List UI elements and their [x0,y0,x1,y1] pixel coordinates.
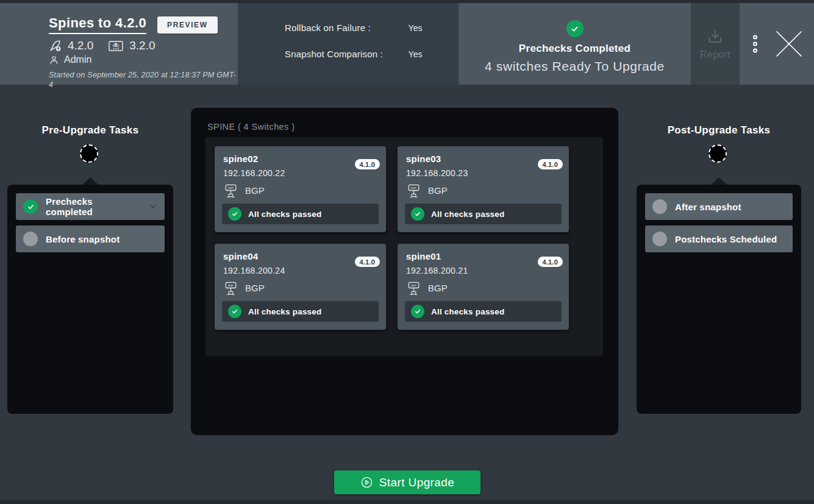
more-options-menu-icon[interactable] [751,33,760,55]
download-icon [706,27,724,46]
switch-check-status: All checks passed [431,210,504,219]
preview-button[interactable]: PREVIEW [157,16,218,34]
svg-text:BGP: BGP [228,186,234,190]
switch-card[interactable]: spine03 4.1.0 192.168.200.23 BGP BGP All… [398,146,569,232]
task-item[interactable]: Before snapshot [16,225,165,252]
bottom-edge-strip [0,500,814,504]
rocket-upgrade-icon [49,39,62,52]
check-passed-icon [228,207,241,221]
start-upgrade-button[interactable]: Start Upgrade [334,470,480,494]
switch-ip: 192.168.200.22 [223,168,377,178]
netq-appliance-icon: NetQ [108,39,124,52]
snapshot-option-label: Snapshot Comparison : [285,49,405,59]
task-label: Before snapshot [46,234,120,244]
switch-grid: spine02 4.1.0 192.168.200.22 BGP BGP All… [205,137,603,356]
switch-card[interactable]: spine04 4.1.0 192.168.200.24 BGP BGP All… [215,244,386,330]
user-icon [49,55,59,65]
switch-protocol-label: BGP [245,283,265,293]
header-options: Rollback on Failure : Yes Snapshot Compa… [238,3,459,85]
task-status-icon [23,232,38,246]
bgp-device-icon: BGP [223,182,240,199]
switch-check-status-bar: All checks passed [222,204,379,224]
report-label: Report [700,49,730,60]
bgp-device-icon: BGP [406,182,423,199]
switch-group-panel: SPINE ( 4 Switches ) spine02 4.1.0 192.1… [191,108,618,435]
netq-version-label: 3.2.0 [129,39,155,52]
rollback-option-value: Yes [408,23,422,33]
switch-name: spine02 [223,154,377,164]
switch-protocol-label: BGP [245,185,265,196]
task-item[interactable]: After snapshot [645,193,793,220]
prechecks-success-icon [566,20,584,37]
close-icon[interactable] [775,30,803,58]
post-upgrade-node-icon [709,144,727,163]
start-upgrade-label: Start Upgrade [379,476,455,489]
started-timestamp: Started on September 25, 2020 at 12:18:3… [49,70,239,90]
switch-name: spine04 [223,251,377,261]
switch-check-status-bar: All checks passed [405,301,562,322]
snapshot-option-value: Yes [408,49,422,59]
rollback-option-label: Rollback on Failure : [285,23,405,33]
target-version-label: 4.2.0 [68,39,93,52]
pre-upgrade-task-list: Prechecks completed Before snapshot [7,185,173,414]
bgp-device-icon: BGP [223,280,240,296]
page-title: Spines to 4.2.0 [49,15,146,34]
svg-text:BGP: BGP [411,186,416,190]
switch-card[interactable]: spine02 4.1.0 192.168.200.22 BGP BGP All… [215,146,386,232]
switch-protocol-label: BGP [428,283,448,293]
switch-version-badge: 4.1.0 [355,159,380,169]
post-upgrade-tasks-title: Post-Upgrade Tasks [637,124,801,137]
report-button[interactable]: Report [691,3,740,85]
switch-name: spine01 [406,251,560,261]
svg-text:BGP: BGP [228,284,234,287]
header-window-controls [740,3,814,85]
switch-name: spine03 [406,154,560,164]
task-item[interactable]: Prechecks completed [16,193,165,220]
user-label: Admin [64,54,91,65]
switch-check-status-bar: All checks passed [405,204,562,224]
switch-check-status-bar: All checks passed [222,301,379,322]
header-job-summary: Spines to 4.2.0 PREVIEW 4.2.0 NetQ 3.2.0 [0,3,238,85]
task-label: After snapshot [675,202,741,212]
task-label: Prechecks completed [46,196,141,217]
switch-group-title: SPINE ( 4 Switches ) [207,122,295,132]
bgp-device-icon: BGP [406,280,423,296]
svg-text:NetQ: NetQ [113,44,120,48]
switch-card[interactable]: spine01 4.1.0 192.168.200.21 BGP BGP All… [398,244,569,330]
chevron-down-icon[interactable] [149,202,157,211]
pre-upgrade-node-icon [80,144,98,163]
switch-version-badge: 4.1.0 [538,159,563,169]
status-title: Prechecks Completed [459,43,691,55]
switch-ip: 192.168.200.23 [406,168,560,178]
status-subtitle: 4 switches Ready To Upgrade [459,59,691,74]
check-passed-icon [411,207,424,221]
post-upgrade-task-list: After snapshot Postchecks Scheduled [637,185,801,414]
switch-protocol-label: BGP [428,185,448,196]
task-label: Postchecks Scheduled [675,234,777,244]
pre-upgrade-tasks-title: Pre-Upgrade Tasks [7,124,173,137]
play-circle-icon [360,476,373,489]
switch-ip: 192.168.200.24 [223,266,377,275]
switch-check-status: All checks passed [248,307,321,316]
header-status-summary: Prechecks Completed 4 switches Ready To … [459,3,691,85]
switch-version-badge: 4.1.0 [355,257,380,267]
task-status-icon [23,199,38,214]
check-passed-icon [411,305,424,318]
switch-ip: 192.168.200.21 [406,266,560,275]
task-status-icon [652,199,667,214]
switch-check-status: All checks passed [248,210,321,219]
switch-version-badge: 4.1.0 [538,257,563,267]
switch-check-status: All checks passed [431,307,504,316]
task-status-icon [652,232,667,246]
check-passed-icon [228,305,241,318]
svg-text:BGP: BGP [411,284,416,287]
task-item[interactable]: Postchecks Scheduled [645,225,793,252]
